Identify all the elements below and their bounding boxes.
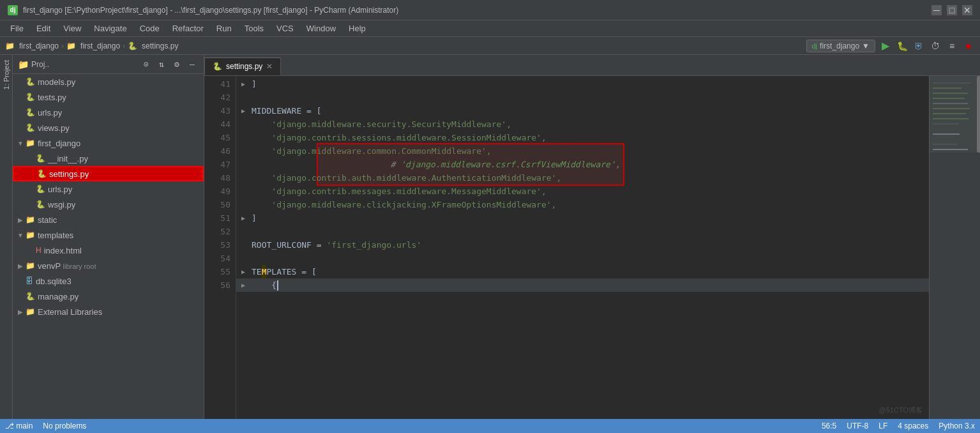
code-line-54 <box>236 252 929 265</box>
window-controls[interactable]: ─ □ ✕ <box>931 5 972 15</box>
code-line-48: 'django.contrib.auth.middleware.Authenti… <box>236 171 929 185</box>
status-python[interactable]: Python 3.x <box>939 422 975 430</box>
tree-item-static[interactable]: ▶ 📁 static <box>13 212 204 227</box>
tree-item-init[interactable]: 🐍 __init__.py <box>13 151 204 166</box>
menu-code[interactable]: Code <box>135 22 165 34</box>
run-config-label: first_django <box>820 42 859 50</box>
side-panel: 1: Project <box>0 55 13 419</box>
build-button[interactable]: ≡ <box>946 40 958 52</box>
tree-item-urls-pkg[interactable]: 🐍 urls.py <box>13 181 204 197</box>
run-controls: dj first_django ▼ ▶ 🐛 ⛨ ⏱ ≡ ■ <box>806 40 976 52</box>
status-branch[interactable]: ⎇ main <box>5 422 33 430</box>
code-line-56[interactable]: ▶ { <box>236 278 929 292</box>
profile-button[interactable]: ⏱ <box>929 40 942 52</box>
tree-item-models[interactable]: 🐍 models.py <box>13 74 204 89</box>
code-line-47: # 'django.middleware.csrf.CsrfViewMiddle… <box>236 158 929 171</box>
tree-item-db-label: db.sqlite3 <box>36 277 72 286</box>
tab-settings-py[interactable]: 🐍 settings.py ✕ <box>204 57 281 75</box>
editor-area: 🐍 settings.py ✕ 41 42 43 44 45 46 47 48 … <box>204 55 980 419</box>
code-text-54 <box>241 252 246 265</box>
tree-item-manage[interactable]: 🐍 manage.py <box>13 289 204 304</box>
menu-bar: File Edit View Navigate Code Refactor Ru… <box>0 20 980 37</box>
code-text-50: 'django.middleware.clickjacking.XFrameOp… <box>252 198 556 211</box>
tree-item-wsgi[interactable]: 🐍 wsgi.py <box>13 197 204 212</box>
line-num-50: 50 <box>209 198 230 211</box>
status-line-ending[interactable]: LF <box>878 422 887 430</box>
tree-hide-icon[interactable]: — <box>186 58 199 71</box>
tree-item-venvp[interactable]: ▶ 📁 venvP library root <box>13 258 204 273</box>
breadcrumb-project[interactable]: 📁 first_django <box>5 42 59 50</box>
tree-item-urls-pkg-label: urls.py <box>48 185 72 194</box>
fold-icon: ▶ <box>241 77 252 91</box>
stop-button[interactable]: ■ <box>962 40 975 52</box>
tree-item-index-html[interactable]: H index.html <box>13 243 204 258</box>
code-text-44: 'django.middleware.security.SecurityMidd… <box>252 118 511 131</box>
code-text-48: 'django.contrib.auth.middleware.Authenti… <box>252 171 561 185</box>
menu-help[interactable]: Help <box>343 22 371 34</box>
tree-item-tests[interactable]: 🐍 tests.py <box>13 89 204 105</box>
tree-item-external-libs[interactable]: ▶ 📁 External Libraries <box>13 304 204 319</box>
code-text-43-var: MIDDLEWARE <box>252 104 301 118</box>
menu-refactor[interactable]: Refactor <box>167 22 209 34</box>
close-button[interactable]: ✕ <box>962 5 972 15</box>
tree-item-settings-label: settings.py <box>49 169 89 179</box>
breadcrumb-package[interactable]: 📁 first_django <box>66 42 120 50</box>
line-num-42: 42 <box>209 91 230 104</box>
code-line-43: ▶ MIDDLEWARE = [ <box>236 104 929 118</box>
menu-navigate[interactable]: Navigate <box>89 22 132 34</box>
tree-locate-icon[interactable]: ⊙ <box>140 58 153 71</box>
menu-run[interactable]: Run <box>211 22 237 34</box>
code-text-47-hash: # <box>391 160 401 169</box>
tree-item-urls-root[interactable]: 🐍 urls.py <box>13 105 204 120</box>
project-panel-label[interactable]: 1: Project <box>3 60 10 89</box>
fold-icon: ▶ <box>241 104 252 118</box>
tree-item-manage-label: manage.py <box>38 292 79 301</box>
breadcrumb-file[interactable]: 🐍 settings.py <box>128 42 178 50</box>
status-indent[interactable]: 4 spaces <box>898 422 928 430</box>
tree-item-settings[interactable]: 🐍 settings.py <box>13 166 204 181</box>
tab-close-icon[interactable]: ✕ <box>266 62 273 71</box>
tree-item-db[interactable]: 🗄 db.sqlite3 <box>13 273 204 289</box>
menu-view[interactable]: View <box>58 22 86 34</box>
code-line-41: ▶ ] <box>236 77 929 91</box>
menu-edit[interactable]: Edit <box>31 22 56 34</box>
maximize-button[interactable]: □ <box>947 5 957 15</box>
tree-item-first-django-folder[interactable]: ▼ 📁 first_django <box>13 135 204 151</box>
menu-vcs[interactable]: VCS <box>271 22 299 34</box>
folder-icon: 📁 <box>26 215 35 224</box>
py-icon: 🐍 <box>36 200 45 209</box>
menu-tools[interactable]: Tools <box>239 22 269 34</box>
code-text-47-comma: , <box>615 160 621 169</box>
run-button[interactable]: ▶ <box>879 40 892 52</box>
line-num-43: 43 <box>209 104 230 118</box>
menu-file[interactable]: File <box>5 22 29 34</box>
py-icon: 🐍 <box>26 123 35 132</box>
tab-label: settings.py <box>226 62 262 71</box>
tree-expand-icon[interactable]: ⇅ <box>155 58 168 71</box>
code-content[interactable]: ▶ ] ▶ MIDDLEWARE = [ 'django.middlewa <box>236 76 929 419</box>
code-text-55-var: TE <box>252 265 262 278</box>
coverage-button[interactable]: ⛨ <box>912 40 925 52</box>
line-num-48: 48 <box>209 171 230 185</box>
tree-item-views[interactable]: 🐍 views.py <box>13 120 204 135</box>
tree-item-templates[interactable]: ▼ 📁 templates <box>13 227 204 243</box>
minimap[interactable] <box>929 76 980 419</box>
run-config-arrow-icon: ▼ <box>862 42 870 50</box>
breadcrumb-package-name: first_django <box>80 42 120 50</box>
folder-icon: 📁 <box>26 139 35 148</box>
line-num-53: 53 <box>209 238 230 252</box>
status-position[interactable]: 56:5 <box>822 422 836 430</box>
minimize-button[interactable]: ─ <box>931 5 942 15</box>
code-text-53-val: 'first_django.urls' <box>326 238 421 252</box>
tree-settings-icon[interactable]: ⚙ <box>170 58 183 71</box>
debug-button[interactable]: 🐛 <box>896 40 908 52</box>
svg-rect-14 <box>977 76 980 153</box>
menu-window[interactable]: Window <box>301 22 341 34</box>
line-num-55: 55 <box>209 265 230 278</box>
folder-icon: 📁 <box>26 307 35 316</box>
line-num-54: 54 <box>209 252 230 265</box>
code-editor[interactable]: 41 42 43 44 45 46 47 48 49 50 51 52 53 5… <box>204 76 980 419</box>
run-config-dropdown[interactable]: dj first_django ▼ <box>806 40 876 52</box>
status-encoding[interactable]: UTF-8 <box>847 422 868 430</box>
tree-item-external-libs-label: External Libraries <box>38 307 102 317</box>
